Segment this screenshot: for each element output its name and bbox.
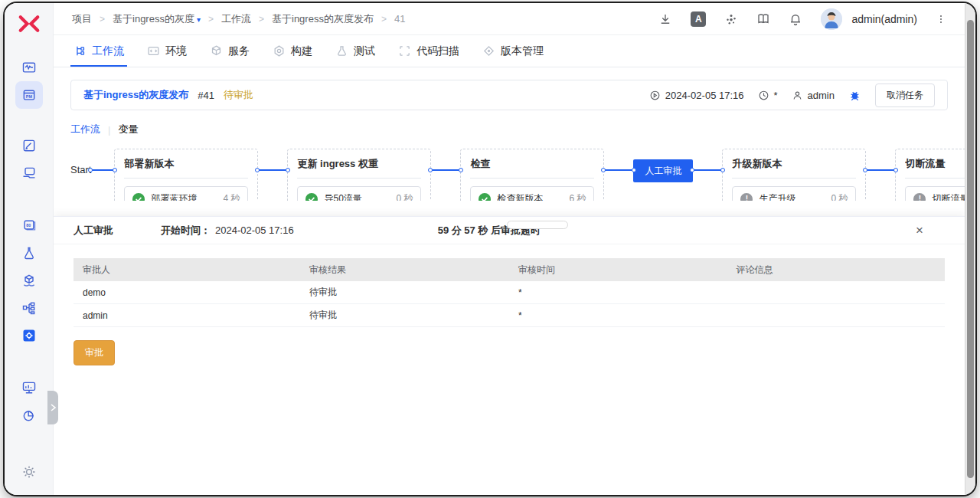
settings-gear-icon[interactable] — [15, 458, 43, 486]
tab-code-scan[interactable]: 代码扫描 — [398, 35, 459, 67]
reports-icon[interactable] — [15, 401, 43, 429]
stage-cut-traffic: 切断流量 ! 切断流量 — [895, 149, 965, 201]
edit-doc-icon[interactable] — [15, 132, 43, 159]
translate-icon[interactable]: A — [691, 11, 706, 27]
approval-time: * — [509, 287, 727, 298]
tab-environments[interactable]: 环境 — [147, 35, 187, 67]
projects-icon[interactable]: PM — [15, 81, 43, 109]
test-icon[interactable] — [15, 239, 43, 267]
stage-title: 检查 — [470, 157, 594, 179]
job-check-new-version[interactable]: 检查新版本 6 秒 — [470, 186, 594, 201]
pipeline-canvas[interactable]: Start 部署新版本 部署蓝环境 4 秒 a — [54, 141, 965, 201]
vertical-scrollbar-thumb[interactable] — [967, 20, 974, 478]
connector — [693, 169, 722, 171]
stage-deploy-new-version: 部署新版本 部署蓝环境 4 秒 a — [114, 149, 258, 201]
resources-icon[interactable] — [15, 267, 43, 294]
connector — [866, 169, 895, 171]
stage-update-ingress-weight: 更新 ingress 权重 导50流量 0 秒 — [287, 149, 431, 201]
approval-table: 审批人 审核结果 审核时间 评论信息 demo 待审批 * admin — [74, 258, 945, 327]
tab-builds[interactable]: 构建 — [273, 35, 312, 67]
job-production-upgrade[interactable]: ! 生产升级 0 秒 a — [732, 186, 856, 201]
kebab-menu-icon[interactable] — [936, 12, 946, 26]
breadcrumb: 项目 基于ingress的灰度▾ 工作流 基于ingress的灰度发布 41 — [72, 12, 405, 26]
view-tab-variables[interactable]: 变量 — [118, 123, 138, 136]
integrations-dots-icon[interactable] — [724, 12, 738, 26]
cancel-task-button[interactable]: 取消任务 — [875, 84, 935, 107]
stage-check: 检查 检查新版本 6 秒 — [460, 149, 604, 201]
artifacts-icon[interactable]: 80 — [15, 211, 43, 239]
build-icon — [273, 44, 286, 57]
code-scan-icon — [398, 44, 411, 57]
run-workflow-name[interactable]: 基于ingress的灰度发布 — [83, 88, 188, 102]
username[interactable]: admin(admin) — [851, 13, 917, 25]
success-icon — [479, 193, 491, 201]
job-route-50-traffic[interactable]: 导50流量 0 秒 — [297, 186, 421, 201]
app-window: PM 80 — [5, 3, 975, 495]
svg-text:80: 80 — [26, 223, 31, 228]
approval-result: 待审批 — [300, 286, 509, 299]
job-deploy-blue-env[interactable]: 部署蓝环境 4 秒 a — [124, 186, 248, 201]
connector — [431, 169, 460, 171]
run-start-time: 2024-02-05 17:16 — [649, 90, 744, 101]
approver-name: admin — [74, 310, 300, 321]
activity-monitor-icon[interactable] — [15, 54, 43, 81]
connector — [258, 169, 287, 171]
job-cut-traffic[interactable]: ! 切断流量 — [905, 186, 965, 201]
breadcrumb-workflows[interactable]: 工作流 — [208, 12, 251, 26]
view-tab-workflow[interactable]: 工作流 — [70, 123, 100, 136]
release-icon — [482, 44, 495, 57]
table-row: admin 待审批 * — [74, 304, 945, 327]
manual-approval-node[interactable]: 人工审批 — [633, 159, 693, 182]
insights-icon[interactable] — [15, 374, 43, 401]
breadcrumb-workflow-name[interactable]: 基于ingress的灰度发布 — [259, 12, 374, 26]
table-row: demo 待审批 * — [74, 281, 945, 304]
approve-button[interactable]: 审批 — [74, 340, 115, 365]
delivery-docs-icon[interactable] — [15, 159, 43, 187]
connector — [604, 169, 633, 171]
stage-title: 部署新版本 — [124, 157, 248, 179]
sidebar: PM 80 — [5, 3, 54, 495]
tab-tests[interactable]: 测试 — [335, 35, 375, 67]
docs-book-icon[interactable] — [756, 12, 770, 26]
sidebar-collapse-handle[interactable] — [47, 391, 58, 424]
run-number: #41 — [198, 90, 214, 101]
breadcrumb-run-number: 41 — [381, 13, 405, 25]
clock-icon — [758, 90, 769, 101]
approval-panel: 人工审批 开始时间： 2024-02-05 17:16 59 分 57 秒 后审… — [54, 216, 965, 495]
tab-services[interactable]: 服务 — [210, 35, 250, 67]
user-avatar[interactable] — [821, 8, 842, 30]
debug-bug-icon[interactable] — [848, 89, 861, 102]
breadcrumb-projects[interactable]: 项目 — [72, 12, 92, 26]
tab-workflows[interactable]: 工作流 — [74, 35, 124, 67]
close-icon[interactable]: × — [916, 224, 923, 237]
notification-bell-icon[interactable] — [789, 12, 802, 26]
run-duration: * — [758, 90, 778, 101]
approval-time: * — [509, 310, 727, 321]
pipelines-icon[interactable] — [15, 294, 43, 322]
topbar: 项目 基于ingress的灰度▾ 工作流 基于ingress的灰度发布 41 A… — [54, 3, 965, 35]
stage-title: 升级新版本 — [732, 157, 856, 179]
stage-title: 切断流量 — [905, 157, 965, 179]
tab-releases[interactable]: 版本管理 — [482, 35, 544, 67]
test-flask-icon — [335, 44, 348, 57]
stage-upgrade-new-version: 升级新版本 ! 生产升级 0 秒 a — [722, 149, 866, 201]
stage-title: 更新 ingress 权重 — [297, 157, 421, 179]
horizontal-scrollbar-thumb[interactable] — [507, 221, 568, 229]
success-icon — [305, 193, 318, 201]
workflow-icon — [74, 44, 87, 57]
breadcrumb-project-name[interactable]: 基于ingress的灰度▾ — [100, 12, 201, 26]
connector — [91, 169, 114, 171]
svg-text:PM: PM — [25, 94, 32, 99]
success-icon — [132, 193, 145, 201]
chevron-down-icon[interactable]: ▾ — [197, 15, 201, 24]
waiting-icon: ! — [913, 193, 926, 201]
vertical-scrollbar[interactable] — [965, 3, 975, 495]
approval-panel-title: 人工审批 — [74, 224, 113, 238]
waiting-icon: ! — [740, 193, 753, 201]
view-tabs: 工作流 | 变量 — [70, 123, 948, 136]
logo-x[interactable] — [18, 12, 41, 35]
settings-box-icon[interactable] — [15, 322, 43, 349]
download-icon[interactable] — [658, 12, 672, 26]
service-cube-icon — [210, 44, 223, 57]
workflow-run-view: 基于ingress的灰度发布 #41 待审批 2024-02-05 17:16 … — [54, 67, 965, 495]
